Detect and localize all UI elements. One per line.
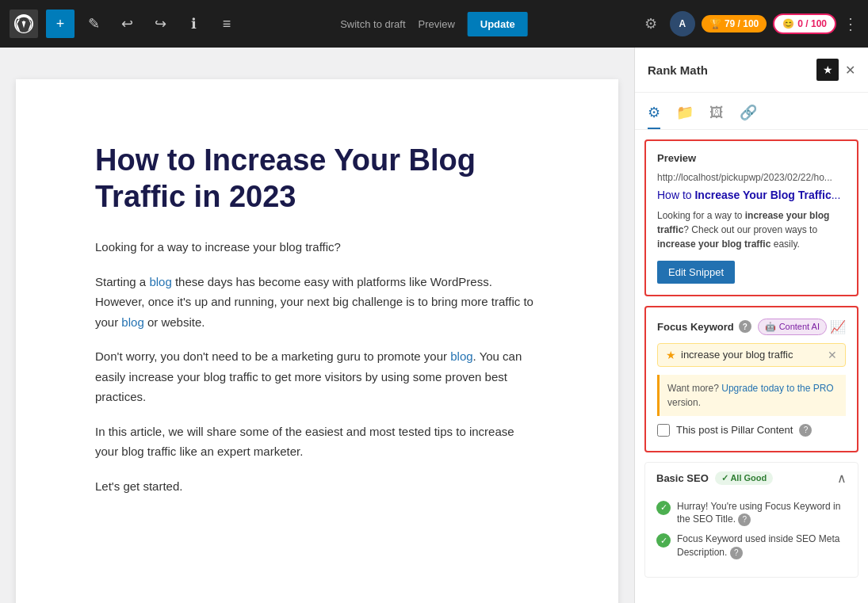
upgrade-text: Want more? bbox=[667, 383, 719, 394]
main-layout: How to Increase Your Blog Traffic in 202… bbox=[0, 48, 868, 603]
editor-content: How to Increase Your Blog Traffic in 202… bbox=[16, 79, 618, 603]
preview-button[interactable]: Preview bbox=[419, 18, 455, 30]
check-icon-1: ✓ bbox=[656, 501, 671, 515]
trends-button[interactable]: 📈 bbox=[830, 319, 846, 334]
basic-seo-section: Basic SEO ✓ All Good ∧ ✓ Hurray! You're … bbox=[644, 462, 858, 578]
ahrefs-button[interactable]: A bbox=[670, 11, 695, 36]
add-block-button[interactable]: + bbox=[46, 10, 75, 38]
score-red-icon: 😊 bbox=[782, 18, 794, 29]
focus-keyword-help-icon[interactable]: ? bbox=[739, 320, 751, 333]
article-paragraph-5: Let's get started. bbox=[95, 476, 539, 497]
content-ai-label: Content AI bbox=[779, 322, 820, 331]
seo-item-2-help[interactable]: ? bbox=[730, 547, 743, 559]
edit-snippet-button[interactable]: Edit Snippet bbox=[657, 261, 735, 284]
rank-math-close-button[interactable]: ✕ bbox=[845, 63, 855, 78]
toolbar: + ✎ ↩ ↪ ℹ ≡ Switch to draft Preview Upda… bbox=[0, 0, 868, 48]
tab-schema[interactable]: 🖼 bbox=[709, 100, 724, 129]
focus-keyword-label: Focus Keyword ? bbox=[657, 320, 751, 333]
list-view-button[interactable]: ≡ bbox=[212, 10, 241, 38]
upgrade-suffix: version. bbox=[667, 397, 701, 408]
rank-math-star-button[interactable]: ★ bbox=[816, 59, 839, 81]
preview-desc-bold1: increase your blog traffic bbox=[657, 210, 829, 235]
keyword-tag: ★ increase your blog traffic ✕ bbox=[657, 343, 846, 367]
seo-score-green-button[interactable]: 🏆 79 / 100 bbox=[702, 15, 767, 32]
tab-social[interactable]: 📁 bbox=[676, 99, 694, 129]
all-good-badge: ✓ All Good bbox=[715, 471, 773, 485]
preview-section-title: Preview bbox=[657, 152, 846, 164]
score-red-value: 0 / 100 bbox=[797, 18, 827, 29]
focus-keyword-section: Focus Keyword ? 🤖 Content AI 📈 ★ increas… bbox=[644, 306, 858, 452]
seo-item-1-text: Hurray! You're using Focus Keyword in th… bbox=[677, 500, 847, 527]
article-body: Looking for a way to increase your blog … bbox=[95, 237, 539, 496]
pillar-content-checkbox[interactable] bbox=[657, 424, 670, 437]
preview-seo-title: How to Increase Your Blog Traffic... bbox=[657, 188, 846, 204]
blog-link-3[interactable]: blog bbox=[450, 349, 472, 363]
undo-button[interactable]: ↩ bbox=[113, 10, 141, 38]
keyword-remove-button[interactable]: ✕ bbox=[828, 349, 837, 361]
toolbar-right-actions: ⚙ A 🏆 79 / 100 😊 0 / 100 ⋮ bbox=[638, 11, 858, 36]
wordpress-logo bbox=[10, 10, 38, 38]
content-ai-icon: 🤖 bbox=[765, 322, 776, 332]
tab-general[interactable]: ⚙ bbox=[648, 99, 660, 129]
tab-advanced[interactable]: 🔗 bbox=[740, 99, 757, 129]
article-title: How to Increase Your Blog Traffic in 202… bbox=[95, 143, 539, 215]
check-icon-2: ✓ bbox=[656, 533, 671, 548]
wp-logo-icon bbox=[14, 14, 33, 33]
preview-desc-bold2: increase your blog traffic bbox=[657, 239, 770, 250]
basic-seo-label: Basic SEO bbox=[656, 472, 709, 484]
article-paragraph-1: Looking for a way to increase your blog … bbox=[95, 237, 539, 258]
editor-area: How to Increase Your Blog Traffic in 202… bbox=[0, 48, 634, 603]
pillar-content-label: This post is Pillar Content bbox=[676, 424, 793, 436]
rank-math-sidebar: Rank Math ★ ✕ ⚙ 📁 🖼 🔗 Preview http://loc… bbox=[634, 48, 868, 603]
keyword-value: increase your blog traffic bbox=[681, 349, 823, 361]
pillar-content-row: This post is Pillar Content ? bbox=[657, 424, 846, 437]
blog-link-1[interactable]: blog bbox=[149, 275, 171, 288]
more-options-button[interactable]: ⋮ bbox=[843, 14, 858, 33]
toolbar-center-actions: Switch to draft Preview Update bbox=[340, 12, 528, 36]
preview-seo-title-bold: Increase Your Blog Traffic bbox=[694, 189, 831, 201]
tools-button[interactable]: ✎ bbox=[79, 10, 108, 38]
preview-url: http://localhost/pickupwp/2023/02/22/ho.… bbox=[657, 172, 846, 183]
blog-link-2[interactable]: blog bbox=[121, 315, 143, 329]
basic-seo-header[interactable]: Basic SEO ✓ All Good ∧ bbox=[645, 463, 858, 494]
content-ai-button[interactable]: 🤖 Content AI bbox=[758, 319, 827, 335]
upgrade-link[interactable]: Upgrade today to the PRO bbox=[721, 383, 833, 394]
article-paragraph-2: Starting a blog these days has become ea… bbox=[95, 272, 539, 333]
keyword-star-icon: ★ bbox=[666, 349, 676, 361]
basic-seo-title: Basic SEO ✓ All Good bbox=[656, 471, 773, 485]
upgrade-banner: Want more? Upgrade today to the PRO vers… bbox=[657, 375, 846, 416]
seo-item-2: ✓ Focus Keyword used inside SEO Meta Des… bbox=[656, 532, 847, 559]
basic-seo-collapse-button[interactable]: ∧ bbox=[837, 471, 847, 486]
switch-to-draft-button[interactable]: Switch to draft bbox=[340, 18, 405, 30]
focus-keyword-text: Focus Keyword bbox=[657, 321, 734, 333]
rank-math-header: Rank Math ★ ✕ bbox=[635, 48, 868, 93]
preview-section: Preview http://localhost/pickupwp/2023/0… bbox=[644, 139, 858, 296]
info-button[interactable]: ℹ bbox=[179, 10, 208, 38]
rank-math-header-actions: ★ ✕ bbox=[816, 59, 855, 81]
seo-item-1: ✓ Hurray! You're using Focus Keyword in … bbox=[656, 500, 847, 527]
rank-math-tabs: ⚙ 📁 🖼 🔗 bbox=[635, 93, 868, 130]
rank-math-title: Rank Math bbox=[648, 63, 708, 77]
focus-keyword-header: Focus Keyword ? 🤖 Content AI 📈 bbox=[657, 319, 846, 335]
seo-item-2-text: Focus Keyword used inside SEO Meta Descr… bbox=[677, 532, 847, 559]
seo-item-1-help[interactable]: ? bbox=[738, 513, 751, 526]
score-icon: 🏆 bbox=[709, 18, 721, 29]
pillar-help-icon[interactable]: ? bbox=[799, 424, 812, 437]
score-green-value: 79 / 100 bbox=[725, 18, 759, 29]
article-paragraph-3: Don't worry, you don't need to be a mark… bbox=[95, 346, 539, 407]
settings-button[interactable]: ⚙ bbox=[638, 11, 663, 36]
basic-seo-items: ✓ Hurray! You're using Focus Keyword in … bbox=[645, 494, 858, 578]
update-button[interactable]: Update bbox=[468, 12, 528, 36]
seo-score-red-button[interactable]: 😊 0 / 100 bbox=[773, 13, 836, 34]
article-paragraph-4: In this article, we will share some of t… bbox=[95, 422, 539, 462]
focus-keyword-actions: 🤖 Content AI 📈 bbox=[758, 319, 846, 335]
redo-button[interactable]: ↪ bbox=[146, 10, 174, 38]
preview-description: Looking for a way to increase your blog … bbox=[657, 208, 846, 251]
